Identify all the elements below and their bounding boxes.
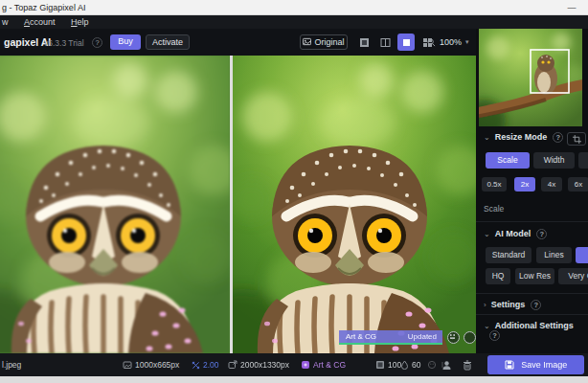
crop-icon [573,135,581,144]
trash-icon [463,360,472,371]
delete-image-button[interactable] [463,353,472,376]
preview-viewport: Art & CG Updated [0,56,476,353]
main-toolbar: gapixel AI v6.3.3 Trial ? Buy Activate O… [0,29,476,56]
zoom-level: 100% [440,37,462,47]
original-toggle-button[interactable]: Original [300,34,348,50]
thumbs-down-face-button[interactable] [464,331,476,344]
gigapixel-window: g - Topaz Gigapixel AI — w Account Help … [0,0,588,383]
single-view-button[interactable] [355,34,373,51]
settings-help-badge[interactable]: ? [531,300,541,310]
model-button-hq[interactable]: HQ [486,268,510,284]
scale-chip-05x[interactable]: 0.5x [482,177,507,192]
noise-icon [375,360,385,370]
menu-item-account[interactable]: Account [17,15,62,29]
scale-chip-6x[interactable]: 6x [568,177,588,192]
split-view-button[interactable] [376,34,394,51]
ai-model-icon [301,360,310,370]
settings-title: Settings [491,300,526,309]
activate-button[interactable]: Activate [146,34,190,50]
model-indicator-value: Art & CG [313,353,346,376]
model-button-standard[interactable]: Standard [486,247,531,263]
save-image-label: Save Image [521,360,567,370]
face-select-button[interactable] [441,353,452,376]
output-size-value: 2000x1330px [240,353,289,376]
single-view-icon [359,37,370,48]
scale-arrows-icon [192,361,200,370]
resize-mode-header[interactable]: ⌄Resize Mode? [484,132,563,143]
side-by-side-view-button[interactable] [397,34,415,51]
model-button-art-cg[interactable]: A [576,247,588,263]
output-size-item: 2000x1330px [228,353,289,376]
minimize-button[interactable]: — [563,0,580,15]
blur-value: 60 [412,353,420,376]
zoom-control[interactable]: 100% ▾ [427,34,469,50]
progress-line [339,343,442,345]
menu-item-view[interactable]: w [0,15,15,29]
save-disk-icon [505,360,514,370]
mode-button-height[interactable]: H [578,152,588,169]
input-size-item: 1000x665px [123,353,179,376]
split-view-icon [380,37,391,48]
blur-item: 60 [400,353,420,376]
section-divider [476,221,588,222]
right-sidebar: ⌄Resize Mode? Scale Width H 0.5x 2x 4x 6… [476,29,588,353]
face-icon [427,360,437,370]
additional-settings-header[interactable]: ⌄Additional Settings? [484,321,588,341]
person-icon [441,360,452,371]
navigation-thumbnail[interactable] [479,29,582,126]
filename-label: l.jpeg [2,353,21,376]
ai-model-header[interactable]: ⌄AI Model? [484,229,547,239]
frowny-icon [447,331,458,342]
buy-button[interactable]: Buy [110,34,141,50]
version-label: v6.3.3 Trial [44,38,84,48]
owl-image-before[interactable] [0,56,230,353]
scale-sublabel: Scale [484,204,504,214]
window-title: g - Topaz Gigapixel AI [2,0,85,15]
model-indicator-item: Art & CG [301,353,346,376]
settings-header[interactable]: ›Settings? [484,300,541,310]
status-bar: l.jpeg 1000x665px 2.00 2000x1330px Art &… [0,353,588,376]
overlay-model-label: Art & CG [346,330,376,343]
owl-image-after[interactable]: Art & CG Updated [233,56,476,353]
model-button-very-compressed[interactable]: Very Com [558,268,588,284]
feedback-buttons [447,331,476,344]
crop-button[interactable] [567,132,586,146]
noise-item: 100 [375,353,401,376]
chevron-down-icon: ▾ [465,38,469,46]
model-button-low-res[interactable]: Low Res [515,268,554,284]
mode-button-width[interactable]: Width [533,152,575,169]
magnifier-icon [427,38,436,47]
trial-help-badge[interactable]: ? [92,37,102,48]
image-icon [303,37,311,46]
section-divider [476,314,588,315]
chevron-right-icon: › [484,301,486,309]
resize-mode-title: Resize Mode [495,132,548,142]
chevron-down-icon: ⌄ [484,230,490,238]
overlay-status-label: Updated [408,330,437,343]
chevron-down-icon: ⌄ [484,133,490,142]
blur-droplet-icon [400,360,409,370]
resize-help-badge[interactable]: ? [553,132,563,143]
model-status-overlay: Art & CG Updated [339,330,442,343]
ai-model-title: AI Model [495,229,531,238]
output-size-icon [228,360,237,370]
scale-chip-4x[interactable]: 4x [541,177,562,192]
input-size-value: 1000x665px [135,353,179,376]
ai-model-help-badge[interactable]: ? [536,229,547,239]
scale-factor-item: 2.00 [192,353,219,376]
additional-settings-title: Additional Settings [495,321,574,330]
title-bar: g - Topaz Gigapixel AI — [0,0,588,15]
menu-item-help[interactable]: Help [64,15,96,29]
original-label: Original [314,37,344,47]
scale-factor-value: 2.00 [203,353,219,376]
input-size-icon [123,360,132,370]
view-mode-group [355,34,436,51]
mode-button-scale[interactable]: Scale [486,152,530,169]
scale-chip-2x[interactable]: 2x [514,177,535,192]
save-image-button[interactable]: Save Image [487,355,584,374]
additional-settings-help-badge[interactable]: ? [489,330,500,341]
side-by-side-view-icon [401,37,412,48]
model-button-lines[interactable]: Lines [536,247,572,263]
desktop-edge-strip [0,376,588,383]
chevron-down-icon: ⌄ [484,322,490,330]
